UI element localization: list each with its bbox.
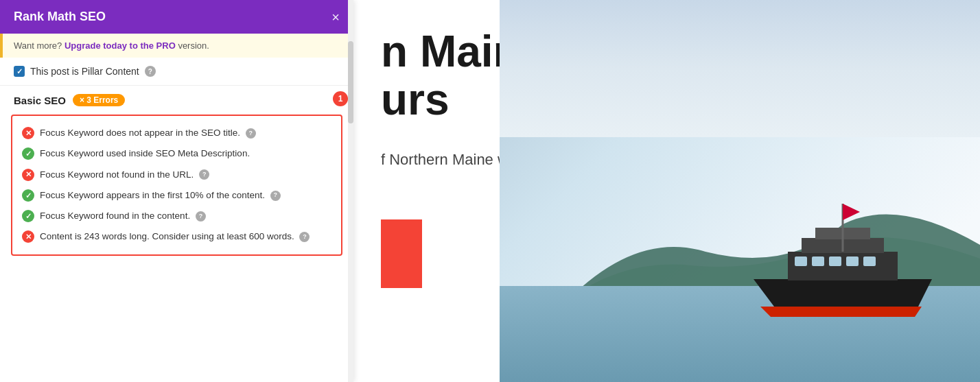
checklist-item-1: ✕ Focus Keyword does not appear in the S… [22, 123, 331, 143]
checklist-item-2: ✓ Focus Keyword used inside SEO Meta Des… [22, 143, 331, 164]
checklist-item-6-text: Content is 243 words long. Consider usin… [40, 230, 331, 243]
upgrade-link[interactable]: Upgrade today to the PRO [65, 40, 176, 51]
svg-rect-4 [812, 256, 824, 266]
scroll-thumb[interactable] [348, 41, 353, 123]
boat-image-area [500, 0, 980, 382]
help-icon-3[interactable]: ? [199, 169, 209, 180]
checklist-item-2-text: Focus Keyword used inside SEO Meta Descr… [40, 147, 331, 160]
errors-badge: × 3 Errors [73, 94, 125, 106]
errors-badge-label: × 3 Errors [80, 95, 118, 105]
svg-rect-3 [795, 256, 807, 266]
checklist-item-5: ✓ Focus Keyword found in the content. ? [22, 206, 331, 226]
panel-title: Rank Math SEO [14, 10, 106, 24]
success-icon-4: ✓ [22, 189, 34, 202]
success-icon-2: ✓ [22, 147, 34, 160]
help-icon-1[interactable]: ? [246, 128, 256, 139]
help-icon-4[interactable]: ? [270, 191, 281, 201]
checklist-item-1-text: Focus Keyword does not appear in the SEO… [40, 126, 331, 140]
red-accent-box [381, 219, 422, 288]
pillar-checkbox[interactable] [14, 66, 25, 77]
help-icon-5[interactable]: ? [196, 211, 206, 222]
rank-math-panel: Rank Math SEO × Want more? Upgrade today… [0, 0, 353, 382]
checklist-item-4-text: Focus Keyword appears in the first 10% o… [40, 189, 331, 202]
boat-svg [733, 190, 953, 327]
upgrade-text-before: Want more? [14, 40, 62, 51]
upgrade-text-after: version. [178, 40, 209, 51]
content-area: n Maine urs f Northern Maine with Seagat… [353, 0, 980, 382]
svg-rect-5 [829, 256, 841, 266]
help-icon-6[interactable]: ? [299, 232, 310, 242]
svg-rect-7 [863, 256, 876, 266]
seo-checklist: ✕ Focus Keyword does not appear in the S… [11, 115, 342, 256]
pillar-content-row: This post is Pillar Content ? [0, 58, 353, 86]
pillar-label: This post is Pillar Content [30, 66, 139, 77]
basic-seo-header: Basic SEO × 3 Errors 1 [0, 86, 353, 112]
upgrade-banner: Want more? Upgrade today to the PRO vers… [0, 34, 353, 58]
error-icon-6: ✕ [22, 230, 34, 243]
scrollbar[interactable] [348, 0, 353, 382]
svg-rect-6 [846, 256, 859, 266]
checklist-item-3-text: Focus Keyword not found in the URL. ? [40, 168, 331, 182]
checklist-item-5-text: Focus Keyword found in the content. ? [40, 209, 331, 223]
sky-clouds [500, 0, 980, 137]
close-button[interactable]: × [331, 10, 340, 24]
checklist-item-3: ✕ Focus Keyword not found in the URL. ? [22, 165, 331, 185]
error-icon-3: ✕ [22, 169, 34, 181]
basic-seo-title: Basic SEO [14, 95, 66, 106]
checklist-item-4: ✓ Focus Keyword appears in the first 10%… [22, 185, 331, 206]
notification-dot: 1 [333, 91, 348, 106]
success-icon-5: ✓ [22, 210, 34, 222]
panel-header: Rank Math SEO × [0, 0, 353, 34]
pillar-help-icon[interactable]: ? [145, 66, 156, 77]
checklist-item-6: ✕ Content is 243 words long. Consider us… [22, 226, 331, 247]
error-icon-1: ✕ [22, 127, 34, 139]
